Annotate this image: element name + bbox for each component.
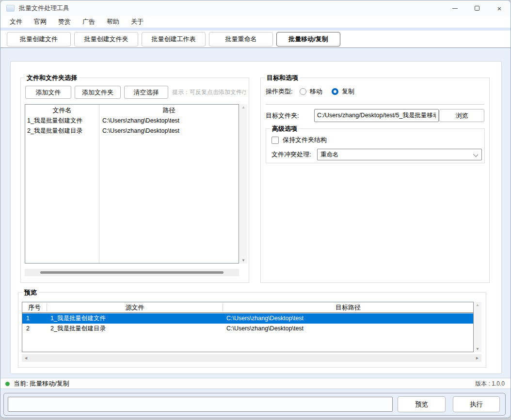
scrollbar-thumb[interactable] [40,271,224,274]
file-name-cell: 1_我是批量创建文件 [27,116,82,126]
menu-item-帮助[interactable]: 帮助 [101,16,125,28]
preview-horizontal-scrollbar[interactable]: ◄ ► [22,354,481,362]
file-list-header-path: 路径 [99,105,239,116]
file-list-header-name: 文件名 [25,105,99,116]
main-panel: 文件和文件夹选择 添加文件 添加文件夹 清空选择 提示：可反复点击添加文件/文 … [10,61,502,374]
title-bar: 批量文件处理工具 × [0,0,511,16]
version-text: 版本 : 1.0.0 [475,378,505,389]
advanced-options-group-title: 高级选项 [270,124,299,133]
file-path-cell: C:\Users\zhang\Desktop\test [102,126,179,136]
radio-move[interactable]: 移动 [300,85,322,98]
clear-selection-button[interactable]: 清空选择 [124,86,168,99]
preview-vertical-scrollbar[interactable]: ▲ ▼ [474,302,481,352]
preview-source-cell: 1_我是批量创建文件 [50,313,106,324]
file-list[interactable]: 文件名 路径 1_我是批量创建文件 C:\Users\zhang\Desktop… [25,104,239,264]
preview-target-cell: C:\Users\zhang\Desktop\test [226,324,303,334]
tab-批量创建文件[interactable]: 批量创建文件 [7,32,71,47]
maximize-icon [475,6,479,11]
scroll-left-icon[interactable]: ◄ [24,354,28,362]
close-icon: × [497,5,502,12]
minimize-icon [452,8,458,9]
radio-copy[interactable]: 复制 [332,85,354,98]
preview-button[interactable]: 预览 [398,396,446,412]
file-list-row[interactable]: 1_我是批量创建文件 C:\Users\zhang\Desktop\test [25,116,239,126]
tab-bar: 批量创建文件批量创建文件夹批量创建工作表批量重命名批量移动/复制 [0,31,511,47]
window-title: 批量文件处理工具 [19,0,69,16]
menu-item-广告[interactable]: 广告 [77,16,101,28]
preview-table-row[interactable]: 2 2_我是批量创建目录 C:\Users\zhang\Desktop\test [22,324,473,334]
conflict-select[interactable]: 重命名 [317,149,482,160]
advanced-options-group: 高级选项 保持文件夹结构 文件冲突处理: 重命名 [266,128,485,163]
target-folder-label: 目标文件夹: [266,109,299,122]
preview-index-cell: 2 [26,324,30,334]
preview-header-index: 序号 [22,302,47,313]
preview-group-title: 预览 [22,288,39,297]
file-list-row[interactable]: 2_我是批量创建目录 C:\Users\zhang\Desktop\test [25,126,239,136]
radio-move-icon [300,88,306,95]
close-button[interactable]: × [488,0,511,16]
status-current-text: 当前: 批量移动/复制 [14,378,69,389]
tab-批量移动/复制[interactable]: 批量移动/复制 [276,32,340,47]
keep-structure-checkbox[interactable]: 保持文件夹结构 [271,136,327,144]
operation-type-label: 操作类型: [266,85,293,98]
chevron-down-icon [473,152,478,157]
target-options-group-title: 目标和选项 [265,74,300,82]
scroll-down-icon[interactable]: ▼ [474,347,481,351]
app-icon [6,5,15,12]
tab-批量重命名[interactable]: 批量重命名 [209,32,273,47]
tab-批量创建文件夹[interactable]: 批量创建文件夹 [74,32,138,47]
preview-index-cell: 1 [26,313,30,324]
browse-button[interactable]: 浏览 [439,109,484,122]
menu-item-关于[interactable]: 关于 [125,16,149,28]
maximize-button[interactable] [466,0,488,16]
status-bar: 当前: 批量移动/复制 版本 : 1.0.0 [0,378,511,389]
file-list-rows: 1_我是批量创建文件 C:\Users\zhang\Desktop\test 2… [25,116,239,263]
preview-target-cell: C:\Users\zhang\Desktop\test [226,313,303,324]
preview-group: 预览 序号 源文件 目标路径 1 1_我是批量创建文件 C:\Users\zha… [18,292,486,368]
add-files-button[interactable]: 添加文件 [25,86,71,99]
keep-structure-label: 保持文件夹结构 [283,136,327,144]
execute-button[interactable]: 执行 [453,396,500,412]
progress-log-field[interactable] [8,397,393,412]
conflict-handling-label: 文件冲突处理: [271,149,311,160]
preview-source-cell: 2_我是批量创建目录 [50,324,106,334]
status-dot-icon [5,382,10,386]
scroll-up-icon[interactable]: ▲ [240,105,247,109]
preview-table-row[interactable]: 1 1_我是批量创建文件 C:\Users\zhang\Desktop\test [22,313,473,324]
section-separator [266,104,484,105]
preview-table-header: 序号 源文件 目标路径 [22,302,473,313]
scroll-right-icon[interactable]: ► [475,354,479,362]
file-path-cell: C:\Users\zhang\Desktop\test [102,116,179,126]
tab-separator [0,47,511,48]
file-list-horizontal-scrollbar[interactable] [25,269,239,276]
conflict-select-value: 重命名 [320,149,339,160]
add-hint-text: 提示：可反复点击添加文件/文 [172,86,246,99]
file-list-vertical-scrollbar[interactable]: ▲ ▼ [240,104,247,264]
menu-bar: 文件 官网 赞赏 广告 帮助 关于 [0,16,511,28]
preview-table-rows: 1 1_我是批量创建文件 C:\Users\zhang\Desktop\test… [22,313,473,352]
file-selection-group: 文件和文件夹选择 添加文件 添加文件夹 清空选择 提示：可反复点击添加文件/文 … [20,78,249,283]
checkbox-icon [271,137,279,144]
menu-item-赞赏[interactable]: 赞赏 [52,16,77,28]
file-name-cell: 2_我是批量创建目录 [27,126,82,136]
preview-header-target: 目标路径 [223,302,473,313]
app-window: 批量文件处理工具 × 文件 官网 赞赏 广告 帮助 关于 批量创建文件批量创建文… [0,0,511,418]
tab-批量创建工作表[interactable]: 批量创建工作表 [142,32,206,47]
scroll-down-icon[interactable]: ▼ [240,258,247,263]
action-frame: 预览 执行 [3,393,506,416]
menu-item-官网[interactable]: 官网 [28,16,52,28]
minimize-button[interactable] [444,0,466,16]
preview-header-source: 源文件 [47,302,223,313]
scroll-up-icon[interactable]: ▲ [474,303,481,307]
file-selection-group-title: 文件和文件夹选择 [25,74,79,82]
target-options-group: 目标和选项 操作类型: 移动 复制 目标文件夹: 浏览 高级选项 [260,78,490,283]
menu-item-文件[interactable]: 文件 [4,16,28,28]
target-folder-input[interactable] [314,109,439,122]
radio-copy-icon [332,88,338,95]
file-list-header: 文件名 路径 [25,105,239,116]
add-folder-button[interactable]: 添加文件夹 [75,86,121,99]
preview-table[interactable]: 序号 源文件 目标路径 1 1_我是批量创建文件 C:\Users\zhang\… [22,302,474,352]
